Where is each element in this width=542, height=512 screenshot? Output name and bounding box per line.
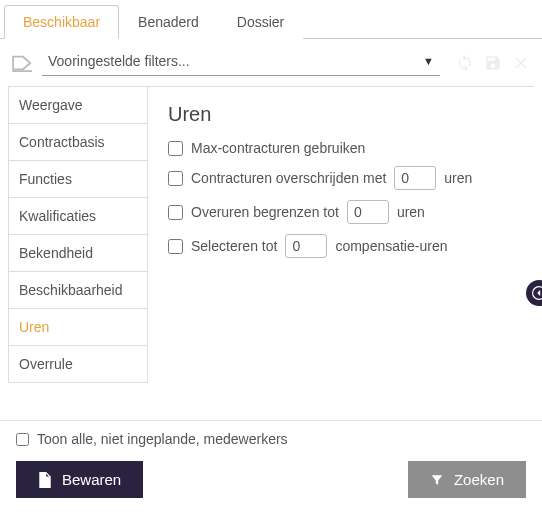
sidenav-uren[interactable]: Uren [8,308,148,345]
label-exceed-prefix: Contracturen overschrijden met [191,170,386,186]
chevron-down-icon: ▼ [423,55,434,67]
filter-icon [430,473,444,487]
label-overtime-suffix: uren [397,204,425,220]
label-show-all: Toon alle, niet ingeplande, medewerkers [37,431,288,447]
sidenav-contractbasis[interactable]: Contractbasis [8,123,148,160]
checkbox-exceed[interactable] [168,171,183,186]
tab-benaderd[interactable]: Benaderd [119,5,218,39]
checkbox-show-all[interactable] [16,433,29,446]
tag-icon [12,54,34,72]
sidenav-overrule[interactable]: Overrule [8,345,148,383]
input-compensation-hours[interactable] [285,234,327,258]
opt-max-contract: Max-contracturen gebruiken [168,140,524,156]
content-panel: Uren Max-contracturen gebruiken Contract… [147,86,534,383]
label-max-contract: Max-contracturen gebruiken [191,140,365,156]
search-button-label: Zoeken [454,471,504,488]
opt-exceed: Contracturen overschrijden met uren [168,166,524,190]
side-nav: Weergave Contractbasis Functies Kwalific… [8,86,148,383]
opt-overtime: Overuren begrenzen tot uren [168,200,524,224]
show-all-row: Toon alle, niet ingeplande, medewerkers [16,431,526,447]
search-button[interactable]: Zoeken [408,461,526,498]
top-tabs: Beschikbaar Benaderd Dossier [0,0,542,39]
document-icon [38,472,52,488]
filter-bar: Vooringestelde filters... ▼ [0,39,542,86]
refresh-icon[interactable] [456,54,474,72]
preset-filter-label: Vooringestelde filters... [48,53,190,69]
save-icon[interactable] [484,54,502,72]
label-overtime-prefix: Overuren begrenzen tot [191,204,339,220]
sidenav-weergave[interactable]: Weergave [8,86,148,123]
sidenav-bekendheid[interactable]: Bekendheid [8,234,148,271]
tab-beschikbaar[interactable]: Beschikbaar [4,5,119,39]
checkbox-overtime[interactable] [168,205,183,220]
label-compensation-prefix: Selecteren tot [191,238,277,254]
save-button-label: Bewaren [62,471,121,488]
label-compensation-suffix: compensatie-uren [335,238,447,254]
checkbox-max-contract[interactable] [168,141,183,156]
arrow-left-icon [532,286,542,300]
preset-filter-select[interactable]: Vooringestelde filters... ▼ [42,49,440,76]
tab-dossier[interactable]: Dossier [218,5,303,39]
opt-compensation: Selecteren tot compensatie-uren [168,234,524,258]
label-exceed-suffix: uren [444,170,472,186]
sidenav-functies[interactable]: Functies [8,160,148,197]
save-button[interactable]: Bewaren [16,461,143,498]
checkbox-compensation[interactable] [168,239,183,254]
sidenav-kwalificaties[interactable]: Kwalificaties [8,197,148,234]
filter-actions [448,54,530,72]
close-icon[interactable] [512,54,530,72]
input-exceed-hours[interactable] [394,166,436,190]
sidenav-beschikbaarheid[interactable]: Beschikbaarheid [8,271,148,308]
footer: Toon alle, niet ingeplande, medewerkers … [0,420,542,512]
input-overtime-hours[interactable] [347,200,389,224]
content-heading: Uren [168,103,524,126]
